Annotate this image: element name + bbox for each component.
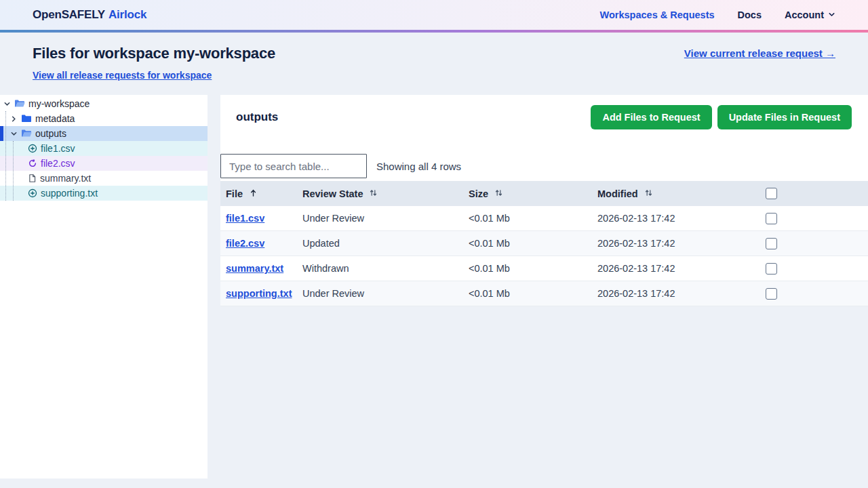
view-all-release-requests-link[interactable]: View all release requests for workspace bbox=[33, 70, 212, 81]
tree-indent-guide bbox=[5, 111, 6, 201]
modified-cell: 2026-02-13 17:42 bbox=[592, 238, 760, 249]
size-cell: <0.01 Mb bbox=[463, 288, 592, 299]
directory-panel: outputs Add Files to Request Update File… bbox=[220, 95, 868, 306]
table-row: file2.csv Updated <0.01 Mb 2026-02-13 17… bbox=[220, 231, 868, 256]
size-cell: <0.01 Mb bbox=[463, 263, 592, 274]
row-checkbox[interactable] bbox=[766, 288, 777, 300]
column-header-size[interactable]: Size bbox=[463, 188, 592, 199]
row-count-text: Showing all 4 rows bbox=[376, 161, 461, 172]
brand-logo[interactable]: OpenSAFELY Airlock bbox=[33, 8, 146, 22]
tree-item-my-workspace[interactable]: my-workspace bbox=[0, 96, 208, 111]
row-checkbox[interactable] bbox=[766, 263, 777, 274]
chevron-down-icon bbox=[828, 9, 835, 20]
nav-account-label: Account bbox=[785, 9, 824, 20]
tree-item-label: metadata bbox=[35, 113, 75, 124]
column-header-modified[interactable]: Modified bbox=[592, 188, 760, 199]
folder-open-icon bbox=[14, 99, 25, 108]
page-header: Files for workspace my-workspace View cu… bbox=[0, 33, 868, 95]
column-header-review-state[interactable]: Review State bbox=[297, 188, 463, 199]
size-cell: <0.01 Mb bbox=[463, 213, 592, 224]
tree-item-label: my-workspace bbox=[28, 98, 90, 109]
top-navbar: OpenSAFELY Airlock Workspaces & Requests… bbox=[0, 0, 868, 30]
nav-docs[interactable]: Docs bbox=[738, 9, 762, 20]
chevron-down-icon[interactable] bbox=[3, 100, 11, 108]
file-icon bbox=[28, 174, 37, 183]
sort-ascending-icon bbox=[249, 188, 258, 199]
size-cell: <0.01 Mb bbox=[463, 238, 592, 249]
review-state-cell: Updated bbox=[297, 238, 463, 249]
tree-item-supporting-txt[interactable]: supporting.txt bbox=[0, 186, 208, 201]
modified-cell: 2026-02-13 17:42 bbox=[592, 263, 760, 274]
brand-secondary: Airlock bbox=[108, 8, 146, 22]
folder-open-icon bbox=[21, 129, 32, 138]
chevron-right-icon[interactable] bbox=[9, 115, 18, 123]
chevron-down-icon[interactable] bbox=[9, 130, 18, 138]
tree-item-file2-csv[interactable]: file2.csv bbox=[0, 156, 208, 171]
file-link[interactable]: file2.csv bbox=[226, 238, 264, 249]
sort-toggle-icon bbox=[644, 188, 653, 199]
modified-cell: 2026-02-13 17:42 bbox=[592, 288, 760, 299]
file-link[interactable]: file1.csv bbox=[226, 213, 264, 224]
table-row: summary.txt Withdrawn <0.01 Mb 2026-02-1… bbox=[220, 256, 868, 281]
tree-item-metadata[interactable]: metadata bbox=[0, 111, 208, 126]
column-header-file[interactable]: File bbox=[220, 188, 297, 199]
tree-item-label: summary.txt bbox=[40, 173, 91, 184]
table-header-row: File Review State Size bbox=[220, 181, 868, 206]
nav-workspaces-requests[interactable]: Workspaces & Requests bbox=[600, 9, 715, 20]
modified-cell: 2026-02-13 17:42 bbox=[592, 213, 760, 224]
tree-item-summary-txt[interactable]: summary.txt bbox=[0, 171, 208, 186]
content-area: my-workspace metadata o bbox=[0, 95, 868, 479]
table-search-input[interactable] bbox=[220, 154, 367, 178]
table-row: supporting.txt Under Review <0.01 Mb 202… bbox=[220, 281, 868, 306]
tree-item-outputs[interactable]: outputs bbox=[0, 126, 208, 141]
tree-item-label: file2.csv bbox=[41, 158, 75, 169]
circle-plus-icon bbox=[28, 188, 37, 198]
rotate-updated-icon bbox=[28, 159, 37, 168]
nav-account-menu[interactable]: Account bbox=[785, 9, 835, 20]
review-state-cell: Under Review bbox=[297, 213, 463, 224]
sort-toggle-icon bbox=[494, 188, 503, 199]
files-table: File Review State Size bbox=[220, 181, 868, 306]
tree-indent-guide bbox=[13, 141, 14, 201]
file-link[interactable]: summary.txt bbox=[226, 263, 283, 274]
tree-item-label: file1.csv bbox=[41, 143, 75, 154]
tree-item-label: supporting.txt bbox=[41, 188, 98, 199]
brand-primary: OpenSAFELY bbox=[33, 8, 105, 22]
select-all-checkbox[interactable] bbox=[766, 188, 777, 199]
review-state-cell: Withdrawn bbox=[297, 263, 463, 274]
update-files-in-request-button[interactable]: Update Files in Request bbox=[717, 105, 852, 129]
view-current-release-request-link[interactable]: View current release request → bbox=[684, 45, 835, 59]
folder-closed-icon bbox=[21, 114, 32, 123]
table-row: file1.csv Under Review <0.01 Mb 2026-02-… bbox=[220, 206, 868, 231]
tree-item-file1-csv[interactable]: file1.csv bbox=[0, 141, 208, 156]
tree-item-label: outputs bbox=[35, 128, 66, 139]
file-link[interactable]: supporting.txt bbox=[226, 288, 292, 299]
column-header-select-all bbox=[760, 188, 868, 199]
review-state-cell: Under Review bbox=[297, 288, 463, 299]
row-checkbox[interactable] bbox=[766, 213, 777, 224]
page-title: Files for workspace my-workspace bbox=[33, 45, 275, 62]
circle-plus-icon bbox=[28, 144, 37, 153]
directory-title: outputs bbox=[236, 110, 278, 124]
row-checkbox[interactable] bbox=[766, 238, 777, 249]
sort-toggle-icon bbox=[369, 188, 378, 199]
nav-links: Workspaces & Requests Docs Account bbox=[600, 9, 835, 20]
file-tree-sidebar: my-workspace metadata o bbox=[0, 95, 208, 479]
add-files-to-request-button[interactable]: Add Files to Request bbox=[591, 105, 711, 129]
